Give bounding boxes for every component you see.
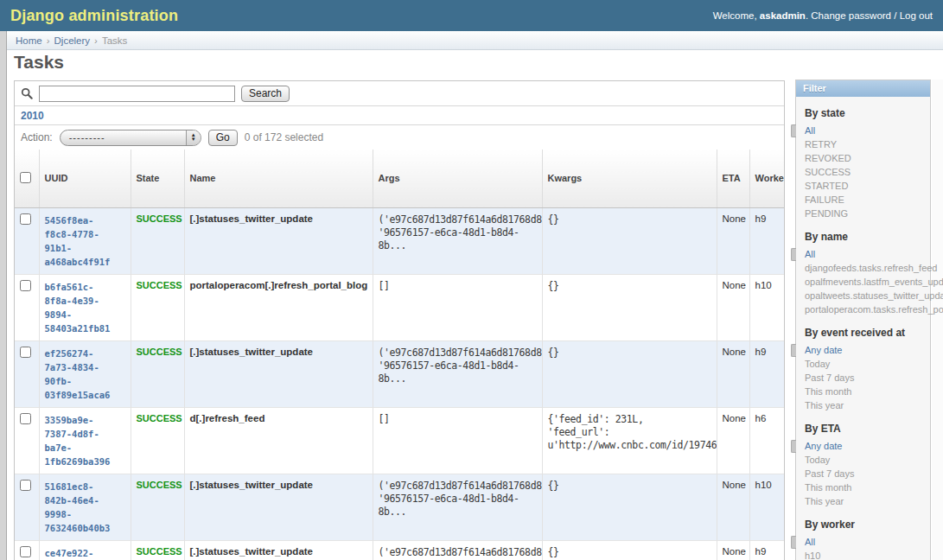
admin-header: Django administration Welcome, askadmin.… [0, 0, 943, 31]
filter-heading: By name [805, 231, 930, 243]
welcome-text: Welcome, [713, 10, 757, 21]
task-eta: None [717, 474, 749, 540]
select-all-checkbox[interactable] [20, 172, 31, 183]
go-button[interactable]: Go [208, 130, 238, 146]
filter-item-all[interactable]: All [805, 535, 930, 549]
task-name: portaloperacom[.]refresh_portal_blog [184, 274, 373, 340]
column-header-worker[interactable]: Worker [749, 150, 785, 207]
table-row: 5456f8ea- f8c8-4778- 91b1- a468abc4f91f … [15, 207, 785, 274]
search-button[interactable]: Search [241, 86, 290, 102]
search-input[interactable] [39, 86, 235, 102]
filter-item-success[interactable]: SUCCESS [805, 165, 930, 179]
filter-group-by-event-received: By event received at Any date Today Past… [805, 327, 930, 412]
state-badge: SUCCESS [137, 480, 182, 490]
breadcrumb-current: Tasks [102, 35, 127, 46]
filter-heading: By event received at [805, 327, 930, 339]
filter-item-this-month[interactable]: This month [805, 385, 930, 398]
filter-item-all[interactable]: All [805, 247, 930, 261]
breadcrumb-djcelery[interactable]: Djcelery [54, 35, 91, 46]
table-row: 3359ba9e- 7387-4d8f- ba7e- 1fb6269ba396 … [15, 407, 785, 474]
filter-item-this-year[interactable]: This year [805, 398, 930, 412]
date-hierarchy-year-link[interactable]: 2010 [21, 110, 44, 122]
action-select[interactable]: --------- ▲▼ [60, 130, 201, 146]
filter-item-task-name[interactable]: opaltweets.statuses_twitter_update [805, 289, 930, 302]
table-row: b6fa561c- 8f8a-4e39- 9894- 58403a21fb81 … [15, 274, 785, 340]
filter-item-retry[interactable]: RETRY [805, 137, 930, 151]
row-checkbox[interactable] [20, 546, 31, 557]
filter-heading: By ETA [805, 423, 930, 435]
task-uuid-link[interactable]: 5456f8ea- f8c8-4778- 91b1- a468abc4f91f [45, 213, 125, 269]
row-checkbox[interactable] [20, 213, 31, 225]
filter-item-any-date[interactable]: Any date [805, 343, 930, 357]
column-header-name[interactable]: Name [184, 150, 373, 207]
task-uuid-link[interactable]: ef256274- 7a73-4834- 90fb- 03f89e15aca6 [45, 347, 125, 402]
change-password-link[interactable]: Change password [811, 10, 891, 21]
filter-item-all[interactable]: All [805, 124, 930, 137]
row-checkbox[interactable] [20, 413, 31, 424]
task-kwargs: {} [542, 340, 717, 407]
search-bar: Search [15, 81, 784, 106]
state-badge: SUCCESS [137, 546, 182, 557]
column-header-uuid[interactable]: UUID [39, 150, 131, 207]
task-uuid-link[interactable]: 3359ba9e- 7387-4d8f- ba7e- 1fb6269ba396 [45, 413, 125, 468]
filter-heading: By worker [805, 519, 930, 531]
filter-item-this-year[interactable]: This year [805, 494, 930, 508]
filter-item-failure[interactable]: FAILURE [805, 193, 930, 207]
task-kwargs: {} [542, 474, 717, 540]
filter-item-h10[interactable]: h10 [805, 549, 930, 560]
filter-item-today[interactable]: Today [805, 357, 930, 371]
table-row: 51681ec8- 842b-46e4- 9998- 7632460b40b3 … [15, 474, 785, 540]
column-header-eta[interactable]: ETA [717, 150, 749, 207]
row-checkbox[interactable] [20, 280, 31, 291]
window-gap [932, 80, 943, 560]
breadcrumb-home[interactable]: Home [16, 35, 42, 46]
state-badge: SUCCESS [137, 280, 182, 290]
site-title: Django administration [10, 7, 178, 25]
filter-item-pending[interactable]: PENDING [805, 207, 930, 220]
action-label: Action: [21, 131, 53, 143]
date-hierarchy: 2010 [15, 106, 784, 125]
search-icon [21, 87, 33, 99]
filter-item-any-date[interactable]: Any date [805, 439, 930, 453]
task-args: [] [373, 274, 542, 340]
selection-counter: 0 of 172 selected [245, 131, 323, 143]
user-tools: Welcome, askadmin. Change password / Log… [713, 10, 933, 21]
task-worker: h6 [749, 407, 785, 474]
filter-item-task-name[interactable]: opalfmevents.lastfm_events_update [805, 275, 930, 289]
task-uuid-link[interactable]: b6fa561c- 8f8a-4e39- 9894- 58403a21fb81 [45, 280, 125, 335]
action-selected-option: --------- [61, 130, 186, 145]
filter-item-started[interactable]: STARTED [805, 179, 930, 193]
filter-item-past-7-days[interactable]: Past 7 days [805, 371, 930, 385]
task-eta: None [717, 274, 749, 340]
page-title: Tasks [14, 52, 64, 73]
column-header-state[interactable]: State [131, 150, 184, 207]
task-worker: h9 [749, 340, 785, 407]
filter-item-task-name[interactable]: djangofeeds.tasks.refresh_feed [805, 261, 930, 275]
task-worker: h9 [749, 207, 785, 274]
row-checkbox[interactable] [20, 480, 31, 491]
task-kwargs: {} [542, 207, 717, 274]
table-row: ce47e922- c76c-45aa- 8885- c2d853e05dbb … [15, 540, 785, 560]
task-worker: h9 [749, 540, 785, 560]
filter-item-task-name[interactable]: portaloperacom.tasks.refresh_portal_blog [805, 302, 930, 316]
row-checkbox[interactable] [20, 347, 31, 358]
task-eta: None [717, 540, 749, 560]
task-name: [.]statuses_twitter_update [184, 540, 373, 560]
filter-item-past-7-days[interactable]: Past 7 days [805, 467, 930, 480]
logout-link[interactable]: Log out [900, 10, 933, 21]
task-uuid-link[interactable]: ce47e922- c76c-45aa- 8885- c2d853e05dbb [45, 546, 125, 560]
column-header-kwargs[interactable]: Kwargs [542, 150, 717, 207]
task-worker: h10 [749, 274, 785, 340]
filter-group-by-name: By name All djangofeeds.tasks.refresh_fe… [805, 231, 930, 316]
state-badge: SUCCESS [137, 213, 182, 224]
table-row: ef256274- 7a73-4834- 90fb- 03f89e15aca6 … [15, 340, 785, 407]
filter-item-this-month[interactable]: This month [805, 480, 930, 494]
column-header-args[interactable]: Args [373, 150, 542, 207]
filter-item-today[interactable]: Today [805, 453, 930, 467]
filter-item-revoked[interactable]: REVOKED [805, 151, 930, 165]
task-name: [.]statuses_twitter_update [184, 474, 373, 540]
state-badge: SUCCESS [137, 347, 182, 357]
breadcrumb-separator: › [94, 35, 98, 46]
breadcrumb: Home › Djcelery › Tasks [7, 31, 943, 50]
task-uuid-link[interactable]: 51681ec8- 842b-46e4- 9998- 7632460b40b3 [45, 480, 125, 535]
